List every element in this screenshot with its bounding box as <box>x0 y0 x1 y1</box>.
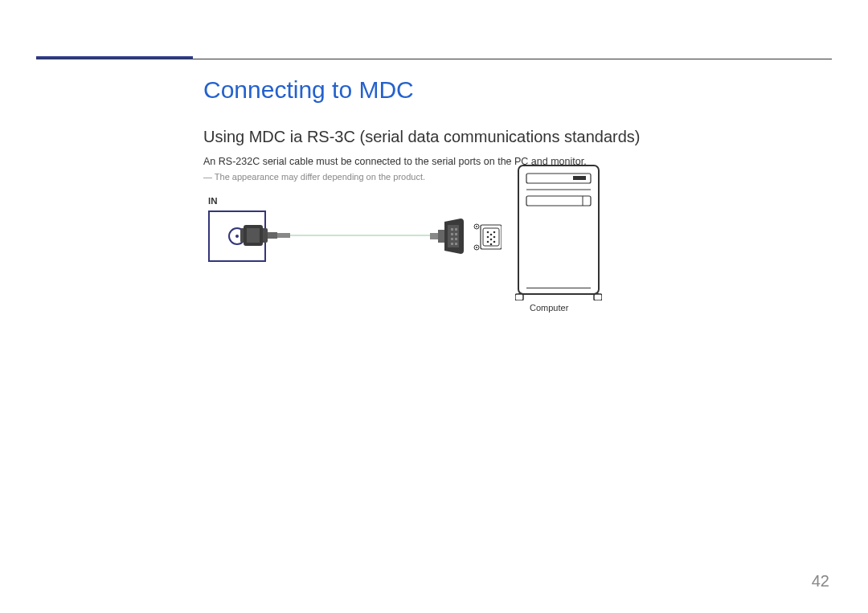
header-divider <box>36 59 832 59</box>
svg-rect-29 <box>518 166 599 294</box>
svg-rect-11 <box>455 233 457 235</box>
svg-rect-6 <box>438 230 444 243</box>
svg-rect-37 <box>515 294 523 300</box>
svg-point-24 <box>487 241 489 243</box>
svg-point-18 <box>487 231 489 234</box>
svg-rect-35 <box>526 288 591 288</box>
page-title: Connecting to MDC <box>203 76 832 104</box>
computer-label: Computer <box>530 303 568 313</box>
svg-point-19 <box>493 231 496 234</box>
page-number: 42 <box>812 572 829 591</box>
section-subtitle: Using MDC ia RS-​3C ​(serial data commun… <box>203 128 832 146</box>
svg-point-20 <box>487 236 489 239</box>
svg-rect-12 <box>451 238 453 240</box>
svg-point-22 <box>490 234 493 236</box>
svg-rect-14 <box>451 243 453 245</box>
svg-point-23 <box>490 239 493 241</box>
svg-point-26 <box>490 243 493 246</box>
serial-port-pc-icon <box>473 223 502 251</box>
svg-rect-15 <box>455 243 457 245</box>
svg-rect-10 <box>451 233 453 235</box>
svg-point-25 <box>493 241 496 243</box>
svg-point-17 <box>476 226 477 227</box>
svg-rect-38 <box>594 294 602 300</box>
svg-rect-13 <box>455 238 457 240</box>
svg-rect-31 <box>573 176 586 180</box>
cable-line <box>289 235 435 236</box>
cable-connector-right-icon <box>430 217 464 255</box>
port-label: ​IN <box>208 196 218 206</box>
svg-rect-3 <box>268 232 277 239</box>
svg-rect-8 <box>451 228 453 231</box>
content-area: Connecting to MDC Using MDC ia RS-​3C ​(… <box>203 76 832 325</box>
svg-rect-5 <box>430 233 438 239</box>
svg-rect-9 <box>455 228 457 231</box>
svg-point-21 <box>493 236 496 239</box>
svg-rect-4 <box>277 233 290 238</box>
computer-tower-icon <box>515 162 602 300</box>
connection-diagram: ​IN <box>203 196 686 325</box>
svg-rect-2 <box>247 228 260 243</box>
cable-connector-left-icon <box>240 223 290 247</box>
svg-point-28 <box>476 247 477 248</box>
